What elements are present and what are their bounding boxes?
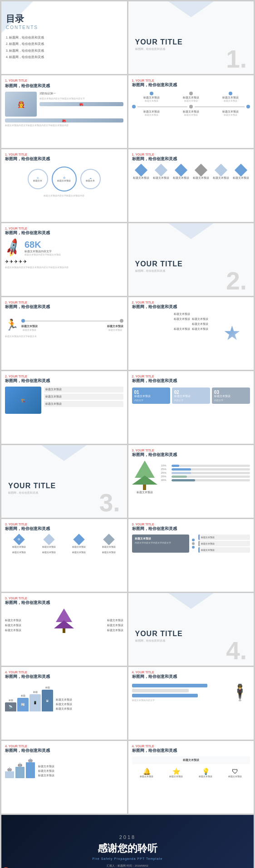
slide-circles: 1. YOUR TITLE 标图网，给你创意和灵感 ⚙ 标题文本 ♻ 标题文本预… [1, 149, 127, 222]
slide6-label: 1. YOUR TITLE [132, 153, 250, 156]
slide3-title: 标图网，给你创意和灵感 [5, 83, 123, 89]
slide-dots-labels: 1. YOUR TITLE 标图网，给你创意和灵感 标题文本预设 标题文本预设 … [128, 75, 254, 148]
contents-title: CONTENTS [6, 25, 123, 30]
slide22-label: 4. YOUR TITLE [132, 745, 250, 748]
slide-contents: 目录 CONTENTS 1. 标题网，给你创意和灵感 2. 标题网，给你创意和灵… [1, 1, 127, 74]
slide7-title: 标图网，给你创意和灵感 [5, 230, 123, 236]
slide-tree-percentages: 3. YOUR TITLE 标图网，给你创意和灵感 标题文本预设 10% 25%… [128, 445, 254, 518]
slide15-label: 3. YOUR TITLE [5, 523, 123, 526]
slide-section4-title: YOUR TITLE 标图网，给你创意和灵感 4. [128, 593, 254, 666]
slide11-label: 2. YOUR TITLE [5, 375, 123, 378]
slide-person-bars: 4. YOUR TITLE 标图网，给你创意和灵感 标题文本预设内容文字 🕴 [128, 667, 254, 740]
thankyou-subtitle: Fire Safety Propaganda PPT Template [93, 857, 163, 860]
slide-blue-image: 2. YOUR TITLE 标图网，给你创意和灵感 🏗️ 标题文本预设 标题文本… [1, 371, 127, 444]
slide-firefighter: 1. YOUR TITLE 标图网，给你创意和灵感 🧑‍🚒 消防知识第一 标题文… [1, 75, 127, 148]
slide7-label: 1. YOUR TITLE [5, 227, 123, 230]
slide4-title: 标图网，给你创意和灵感 [132, 82, 250, 88]
slide-section3-title: YOUR TITLE 标图网，给你创意和灵感 3. [1, 445, 127, 518]
slide10-label: 2. YOUR TITLE [132, 301, 250, 304]
section2-number: 2. [226, 269, 247, 294]
slide21-label: 4. YOUR TITLE [5, 745, 123, 748]
thankyou-year: 2018 [93, 834, 163, 840]
contents-list: 1. 标题网，给你创意和灵感 2. 标题网，给你创意和灵感 3. 标题网，给你创… [6, 34, 123, 60]
slide22-title: 标图网，给你创意和灵感 [132, 748, 250, 754]
slide12-label: 2. YOUR TITLE [132, 375, 250, 378]
section3-number: 3. [99, 490, 120, 515]
slide20-label: 4. YOUR TITLE [132, 671, 250, 674]
slide9-title: 标图网，给你创意和灵感 [5, 304, 123, 310]
slide-rocket: 1. YOUR TITLE 标图网，给你创意和灵感 🚀 68K 标题文本预设内容… [1, 223, 127, 296]
slide-staircase: 4. YOUR TITLE 标图网，给你创意和灵感 标题 📡 标题 📰 标题 📱… [1, 667, 127, 740]
slide4-label: 1. YOUR TITLE [132, 79, 250, 82]
slide14-title: 标图网，给你创意和灵感 [132, 452, 250, 458]
contents-heading: 目录 [6, 13, 123, 25]
slide9-label: 2. YOUR TITLE [5, 301, 123, 304]
slide-stair-figures: 4. YOUR TITLE 标图网，给你创意和灵感 🤖 🤖 🤖 标题文 [1, 741, 127, 814]
slide-gray-blue-boxes: 3. YOUR TITLE 标图网，给你创意和灵感 标题文本预设 内容文字内容文… [128, 519, 254, 592]
slide11-title: 标图网，给你创意和灵感 [5, 378, 123, 384]
thankyou-meta: 汇报人：标题网 时间：2019/08/02 [93, 864, 163, 868]
slide14-label: 3. YOUR TITLE [132, 449, 250, 452]
slide5-title: 标图网，给你创意和灵感 [5, 156, 123, 162]
slide19-title: 标图网，给你创意和灵感 [5, 674, 123, 680]
slide12-title: 标图网，给你创意和灵感 [132, 378, 250, 384]
slide-icon-row: 4. YOUR TITLE 标图网，给你创意和灵感 标题文本预设 🔔 标题文本预… [128, 741, 254, 814]
slide-diamonds: 1. YOUR TITLE 标图网，给你创意和灵感 标题文本预设 标题文本预设 … [128, 149, 254, 222]
stat-68k: 68K [25, 240, 61, 250]
slide-thankyou: 2018 感谢您的聆听 Fire Safety Propaganda PPT T… [1, 815, 254, 868]
slide21-title: 标图网，给你创意和灵感 [5, 748, 123, 754]
slide-star-items: 2. YOUR TITLE 标图网，给你创意和灵感 标题文本预设 标题文本预设 … [128, 297, 254, 370]
slide-section2-title: YOUR TITLE 标图网，给你创意和灵感 2. [128, 223, 254, 296]
slide-running-man: 2. YOUR TITLE 标图网，给你创意和灵感 🏃 标题文本预设 标题文本预… [1, 297, 127, 370]
slide16-title: 标图网，给你创意和灵感 [132, 526, 250, 532]
slide17-title: 标图网，给你创意和灵感 [5, 600, 123, 606]
slide10-title: 标图网，给你创意和灵感 [132, 304, 250, 310]
section4-number: 4. [226, 638, 247, 663]
slide15-title: 标图网，给你创意和灵感 [5, 526, 123, 532]
slide16-label: 3. YOUR TITLE [132, 523, 250, 526]
slide-grid: 目录 CONTENTS 1. 标题网，给你创意和灵感 2. 标题网，给你创意和灵… [0, 0, 255, 868]
slide19-label: 4. YOUR TITLE [5, 671, 123, 674]
slide17-label: 3. YOUR TITLE [5, 597, 123, 600]
slide-purple-tree: 3. YOUR TITLE 标图网，给你创意和灵感 标题文本预设 标题文本预设 … [1, 593, 127, 666]
slide3-label: 1. YOUR TITLE [5, 79, 123, 82]
slide20-title: 标图网，给你创意和灵感 [132, 674, 250, 680]
section1-number: 1. [226, 47, 247, 72]
thankyou-title: 感谢您的聆听 [93, 842, 163, 855]
slide-numbered-boxes: 2. YOUR TITLE 标图网，给你创意和灵感 01 标题文本预设 内容文字… [128, 371, 254, 444]
slide-section1-title: YOUR TITLE 标图网，给你创意和灵感 1. [128, 1, 254, 74]
slide6-title: 标图网，给你创意和灵感 [132, 156, 250, 162]
slide-diamond-grid: 3. YOUR TITLE 标图网，给你创意和灵感 ⊕ 标题文本预设 标题文本预… [1, 519, 127, 592]
slide5-label: 1. YOUR TITLE [5, 153, 123, 156]
